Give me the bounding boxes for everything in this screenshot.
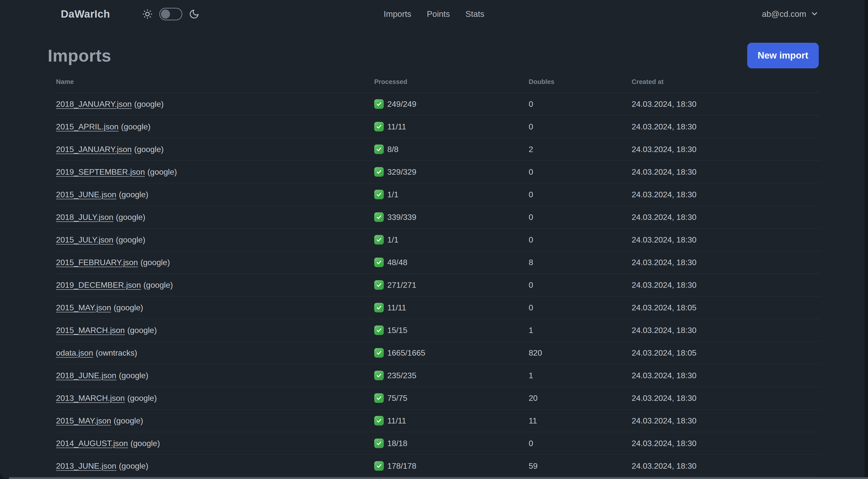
import-file-link[interactable]: 2013_MARCH.json	[56, 394, 125, 402]
created-at-cell: 24.03.2024, 18:05	[632, 348, 820, 358]
processed-count: 235/235	[387, 371, 416, 380]
processed-count: 15/15	[387, 326, 407, 335]
table-row: 2013_JUNE.json(google) 178/178 59 24.03.…	[56, 455, 820, 478]
import-source-label: (google)	[127, 394, 157, 402]
processed-cell: 15/15	[374, 325, 529, 335]
import-source-label: (google)	[119, 461, 148, 471]
import-name-cell: 2018_JANUARY.json(google)	[56, 99, 374, 109]
success-check-icon	[374, 212, 384, 222]
processed-cell: 11/11	[374, 122, 529, 131]
table-row: 2015_MAY.json(google) 11/11 0 24.03.2024…	[56, 297, 820, 319]
success-check-icon	[374, 99, 384, 109]
import-file-link[interactable]: odata.json	[56, 348, 93, 357]
import-file-link[interactable]: 2015_JANUARY.json	[56, 145, 132, 154]
doubles-cell: 1	[529, 326, 632, 335]
processed-cell: 1/1	[374, 235, 529, 244]
doubles-cell: 0	[529, 122, 632, 131]
import-file-link[interactable]: 2019_DECEMBER.json	[56, 280, 141, 290]
success-check-icon	[374, 461, 384, 471]
doubles-cell: 820	[529, 348, 632, 358]
import-name-cell: 2018_JUNE.json(google)	[56, 371, 374, 380]
doubles-cell: 20	[529, 394, 632, 403]
import-name-cell: 2015_JUNE.json(google)	[56, 190, 374, 199]
import-file-link[interactable]: 2015_MAY.json	[56, 303, 111, 312]
horizontal-scrollbar[interactable]	[9, 477, 868, 479]
doubles-cell: 0	[529, 280, 632, 290]
import-file-link[interactable]: 2015_FEBRUARY.json	[56, 258, 138, 267]
column-header-doubles: Doubles	[529, 78, 632, 86]
import-source-label: (google)	[116, 213, 145, 222]
imports-table: Name Processed Doubles Created at 2018_J…	[56, 71, 820, 479]
nav-item-points[interactable]: Points	[427, 9, 450, 19]
theme-toggle[interactable]	[159, 8, 182, 20]
created-at-cell: 24.03.2024, 18:30	[632, 168, 820, 177]
table-row: odata.json(owntracks) 1665/1665 820 24.0…	[56, 342, 820, 364]
import-name-cell: 2014_AUGUST.json(google)	[56, 439, 374, 448]
success-check-icon	[374, 280, 384, 290]
processed-cell: 178/178	[374, 461, 529, 471]
processed-cell: 18/18	[374, 439, 529, 448]
import-file-link[interactable]: 2018_JANUARY.json	[56, 99, 132, 109]
table-row: 2015_APRIL.json(google) 11/11 0 24.03.20…	[56, 116, 820, 138]
doubles-cell: 0	[529, 168, 632, 177]
theme-toggle-knob	[161, 9, 170, 19]
theme-toggle-group	[142, 8, 199, 20]
import-source-label: (google)	[130, 439, 160, 448]
created-at-cell: 24.03.2024, 18:30	[632, 213, 820, 222]
import-file-link[interactable]: 2015_MAY.json	[56, 416, 111, 425]
success-check-icon	[374, 167, 384, 177]
created-at-cell: 24.03.2024, 18:30	[632, 258, 820, 267]
chevron-down-icon	[810, 9, 819, 19]
import-file-link[interactable]: 2015_APRIL.json	[56, 122, 119, 131]
processed-count: 8/8	[387, 145, 398, 154]
import-file-link[interactable]: 2018_JULY.json	[56, 213, 113, 222]
processed-count: 1/1	[387, 235, 398, 244]
import-file-link[interactable]: 2015_JUNE.json	[56, 190, 116, 199]
import-file-link[interactable]: 2013_JUNE.json	[56, 461, 116, 471]
import-file-link[interactable]: 2014_AUGUST.json	[56, 439, 128, 448]
import-source-label: (google)	[114, 303, 143, 312]
vertical-scrollbar-track[interactable]	[865, 0, 868, 479]
nav-item-imports[interactable]: Imports	[384, 9, 411, 19]
new-import-button[interactable]: New import	[747, 43, 819, 68]
processed-cell: 1665/1665	[374, 348, 529, 358]
processed-cell: 75/75	[374, 393, 529, 403]
created-at-cell: 24.03.2024, 18:30	[632, 99, 820, 109]
processed-cell: 249/249	[374, 99, 529, 109]
import-source-label: (google)	[134, 99, 163, 109]
success-check-icon	[374, 416, 384, 425]
table-row: 2015_JUNE.json(google) 1/1 0 24.03.2024,…	[56, 183, 820, 206]
nav-item-stats[interactable]: Stats	[465, 9, 484, 19]
doubles-cell: 1	[529, 371, 632, 380]
app-logo[interactable]: DaWarIch	[61, 8, 110, 20]
table-header-row: Name Processed Doubles Created at	[56, 71, 820, 93]
account-email: ab@cd.com	[762, 9, 806, 19]
import-name-cell: 2015_JANUARY.json(google)	[56, 145, 374, 154]
processed-count: 48/48	[387, 258, 407, 267]
import-name-cell: 2013_MARCH.json(google)	[56, 394, 374, 403]
success-check-icon	[374, 303, 384, 312]
doubles-cell: 8	[529, 258, 632, 267]
import-file-link[interactable]: 2019_SEPTEMBER.json	[56, 168, 145, 176]
doubles-cell: 0	[529, 190, 632, 199]
success-check-icon	[374, 190, 384, 199]
account-menu[interactable]: ab@cd.com	[762, 9, 819, 19]
doubles-cell: 0	[529, 303, 632, 312]
import-file-link[interactable]: 2018_JUNE.json	[56, 371, 116, 380]
import-source-label: (google)	[127, 326, 157, 335]
import-source-label: (owntracks)	[96, 348, 137, 357]
table-row: 2019_DECEMBER.json(google) 271/271 0 24.…	[56, 274, 820, 297]
import-file-link[interactable]: 2015_MARCH.json	[56, 326, 125, 335]
success-check-icon	[374, 348, 384, 358]
processed-cell: 235/235	[374, 371, 529, 380]
import-name-cell: 2015_MARCH.json(google)	[56, 326, 374, 335]
import-file-link[interactable]: 2015_JULY.json	[56, 235, 113, 244]
success-check-icon	[374, 122, 384, 131]
table-row: 2018_JANUARY.json(google) 249/249 0 24.0…	[56, 93, 820, 116]
import-source-label: (google)	[141, 258, 170, 267]
import-name-cell: 2015_JULY.json(google)	[56, 235, 374, 244]
processed-count: 1/1	[387, 190, 398, 199]
import-name-cell: 2019_DECEMBER.json(google)	[56, 280, 374, 290]
page-title: Imports	[48, 46, 111, 65]
processed-count: 271/271	[387, 280, 416, 290]
